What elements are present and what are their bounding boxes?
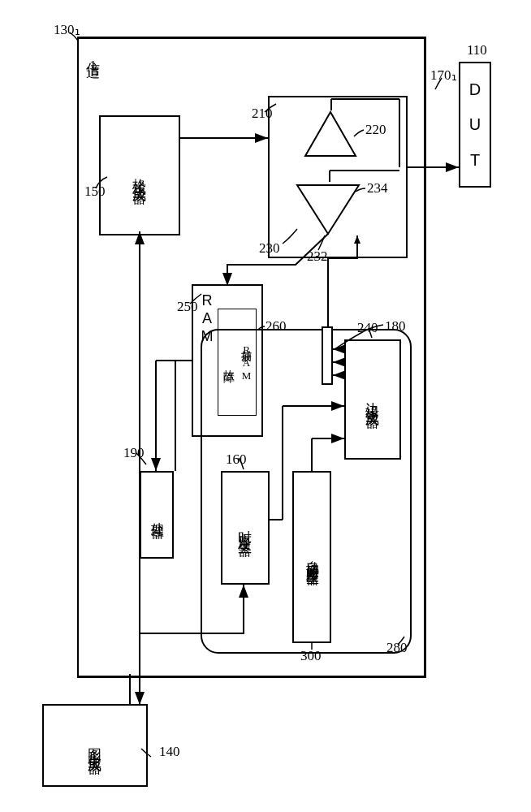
connectors — [0, 0, 531, 812]
svg-marker-26 — [354, 235, 360, 244]
block-diagram: 130₁ 信道1 图形生成器 140 格式生成器 150 210 220 230… — [0, 0, 531, 812]
